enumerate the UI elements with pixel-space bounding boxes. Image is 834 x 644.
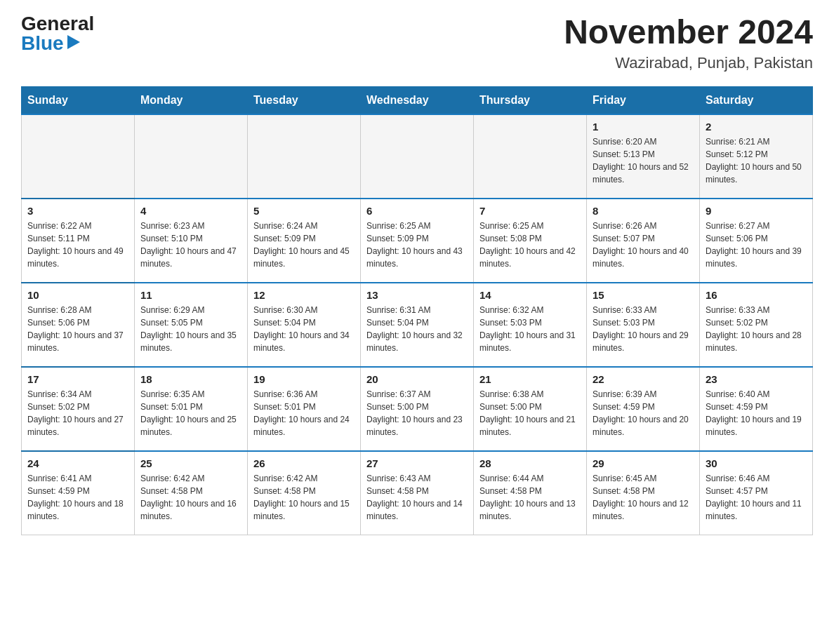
weekday-header-monday: Monday [135,86,248,114]
calendar-cell [474,114,587,199]
day-number: 7 [479,205,581,217]
day-number: 27 [366,457,468,469]
day-info: Sunrise: 6:36 AM Sunset: 5:01 PM Dayligh… [253,388,355,438]
calendar-cell: 15Sunrise: 6:33 AM Sunset: 5:03 PM Dayli… [587,283,700,367]
day-info: Sunrise: 6:24 AM Sunset: 5:09 PM Dayligh… [253,220,355,270]
day-number: 26 [253,457,355,469]
location-subtitle: Wazirabad, Punjab, Pakistan [564,54,813,72]
day-info: Sunrise: 6:45 AM Sunset: 4:58 PM Dayligh… [593,472,694,523]
day-number: 22 [593,373,694,385]
day-info: Sunrise: 6:42 AM Sunset: 4:58 PM Dayligh… [140,472,241,523]
day-number: 15 [593,289,694,301]
day-info: Sunrise: 6:22 AM Sunset: 5:11 PM Dayligh… [27,220,128,270]
calendar-week-row: 3Sunrise: 6:22 AM Sunset: 5:11 PM Daylig… [22,199,813,283]
day-number: 8 [593,205,694,217]
page-header: General Blue November 2024 Wazirabad, Pu… [21,14,813,72]
day-info: Sunrise: 6:33 AM Sunset: 5:03 PM Dayligh… [593,304,694,354]
calendar-cell: 16Sunrise: 6:33 AM Sunset: 5:02 PM Dayli… [700,283,813,367]
calendar-cell: 19Sunrise: 6:36 AM Sunset: 5:01 PM Dayli… [248,367,361,451]
day-info: Sunrise: 6:20 AM Sunset: 5:13 PM Dayligh… [593,135,694,186]
day-number: 16 [706,289,807,301]
calendar-cell: 21Sunrise: 6:38 AM Sunset: 5:00 PM Dayli… [474,367,587,451]
calendar-cell: 29Sunrise: 6:45 AM Sunset: 4:58 PM Dayli… [587,451,700,535]
day-info: Sunrise: 6:32 AM Sunset: 5:03 PM Dayligh… [479,304,581,354]
day-number: 21 [479,373,581,385]
calendar-cell: 3Sunrise: 6:22 AM Sunset: 5:11 PM Daylig… [22,199,135,283]
calendar-cell: 18Sunrise: 6:35 AM Sunset: 5:01 PM Dayli… [135,367,248,451]
calendar-cell: 23Sunrise: 6:40 AM Sunset: 4:59 PM Dayli… [700,367,813,451]
calendar-cell: 2Sunrise: 6:21 AM Sunset: 5:12 PM Daylig… [700,114,813,199]
weekday-header-wednesday: Wednesday [361,86,474,114]
day-number: 4 [140,205,241,217]
day-number: 25 [140,457,241,469]
logo: General Blue [21,14,94,53]
day-info: Sunrise: 6:30 AM Sunset: 5:04 PM Dayligh… [253,304,355,354]
calendar-cell: 6Sunrise: 6:25 AM Sunset: 5:09 PM Daylig… [361,199,474,283]
calendar-cell [22,114,135,199]
calendar-cell: 9Sunrise: 6:27 AM Sunset: 5:06 PM Daylig… [700,199,813,283]
calendar-cell: 5Sunrise: 6:24 AM Sunset: 5:09 PM Daylig… [248,199,361,283]
calendar-table: SundayMondayTuesdayWednesdayThursdayFrid… [21,86,813,536]
weekday-header-row: SundayMondayTuesdayWednesdayThursdayFrid… [22,86,813,114]
day-number: 20 [366,373,468,385]
day-number: 18 [140,373,241,385]
calendar-cell [361,114,474,199]
logo-general-text: General [21,14,94,34]
day-info: Sunrise: 6:27 AM Sunset: 5:06 PM Dayligh… [706,220,807,270]
calendar-week-row: 24Sunrise: 6:41 AM Sunset: 4:59 PM Dayli… [22,451,813,535]
day-info: Sunrise: 6:31 AM Sunset: 5:04 PM Dayligh… [366,304,468,354]
title-area: November 2024 Wazirabad, Punjab, Pakista… [564,14,813,72]
day-info: Sunrise: 6:41 AM Sunset: 4:59 PM Dayligh… [27,472,128,523]
day-number: 11 [140,289,241,301]
day-info: Sunrise: 6:23 AM Sunset: 5:10 PM Dayligh… [140,220,241,270]
calendar-week-row: 10Sunrise: 6:28 AM Sunset: 5:06 PM Dayli… [22,283,813,367]
day-info: Sunrise: 6:38 AM Sunset: 5:00 PM Dayligh… [479,388,581,438]
day-info: Sunrise: 6:42 AM Sunset: 4:58 PM Dayligh… [253,472,355,523]
calendar-cell: 13Sunrise: 6:31 AM Sunset: 5:04 PM Dayli… [361,283,474,367]
day-info: Sunrise: 6:39 AM Sunset: 4:59 PM Dayligh… [593,388,694,438]
day-info: Sunrise: 6:40 AM Sunset: 4:59 PM Dayligh… [706,388,807,438]
day-number: 9 [706,205,807,217]
day-info: Sunrise: 6:26 AM Sunset: 5:07 PM Dayligh… [593,220,694,270]
calendar-cell: 20Sunrise: 6:37 AM Sunset: 5:00 PM Dayli… [361,367,474,451]
calendar-cell: 1Sunrise: 6:20 AM Sunset: 5:13 PM Daylig… [587,114,700,199]
calendar-week-row: 1Sunrise: 6:20 AM Sunset: 5:13 PM Daylig… [22,114,813,199]
day-number: 1 [593,121,694,133]
day-info: Sunrise: 6:46 AM Sunset: 4:57 PM Dayligh… [706,472,807,523]
day-info: Sunrise: 6:21 AM Sunset: 5:12 PM Dayligh… [706,135,807,186]
weekday-header-sunday: Sunday [22,86,135,114]
day-number: 10 [27,289,128,301]
weekday-header-tuesday: Tuesday [248,86,361,114]
day-info: Sunrise: 6:34 AM Sunset: 5:02 PM Dayligh… [27,388,128,438]
day-info: Sunrise: 6:35 AM Sunset: 5:01 PM Dayligh… [140,388,241,438]
day-number: 14 [479,289,581,301]
day-info: Sunrise: 6:25 AM Sunset: 5:08 PM Dayligh… [479,220,581,270]
day-number: 24 [27,457,128,469]
calendar-cell: 26Sunrise: 6:42 AM Sunset: 4:58 PM Dayli… [248,451,361,535]
day-number: 12 [253,289,355,301]
day-number: 5 [253,205,355,217]
calendar-cell [248,114,361,199]
day-number: 6 [366,205,468,217]
calendar-cell: 30Sunrise: 6:46 AM Sunset: 4:57 PM Dayli… [700,451,813,535]
calendar-week-row: 17Sunrise: 6:34 AM Sunset: 5:02 PM Dayli… [22,367,813,451]
day-number: 28 [479,457,581,469]
logo-triangle-icon [67,35,80,49]
day-info: Sunrise: 6:44 AM Sunset: 4:58 PM Dayligh… [479,472,581,523]
day-number: 17 [27,373,128,385]
day-number: 19 [253,373,355,385]
day-info: Sunrise: 6:43 AM Sunset: 4:58 PM Dayligh… [366,472,468,523]
day-info: Sunrise: 6:33 AM Sunset: 5:02 PM Dayligh… [706,304,807,354]
calendar-cell: 11Sunrise: 6:29 AM Sunset: 5:05 PM Dayli… [135,283,248,367]
calendar-cell: 25Sunrise: 6:42 AM Sunset: 4:58 PM Dayli… [135,451,248,535]
day-number: 23 [706,373,807,385]
calendar-cell: 27Sunrise: 6:43 AM Sunset: 4:58 PM Dayli… [361,451,474,535]
calendar-cell: 17Sunrise: 6:34 AM Sunset: 5:02 PM Dayli… [22,367,135,451]
weekday-header-saturday: Saturday [700,86,813,114]
day-number: 13 [366,289,468,301]
calendar-cell: 7Sunrise: 6:25 AM Sunset: 5:08 PM Daylig… [474,199,587,283]
day-info: Sunrise: 6:37 AM Sunset: 5:00 PM Dayligh… [366,388,468,438]
month-year-title: November 2024 [564,14,813,51]
weekday-header-thursday: Thursday [474,86,587,114]
calendar-cell: 4Sunrise: 6:23 AM Sunset: 5:10 PM Daylig… [135,199,248,283]
